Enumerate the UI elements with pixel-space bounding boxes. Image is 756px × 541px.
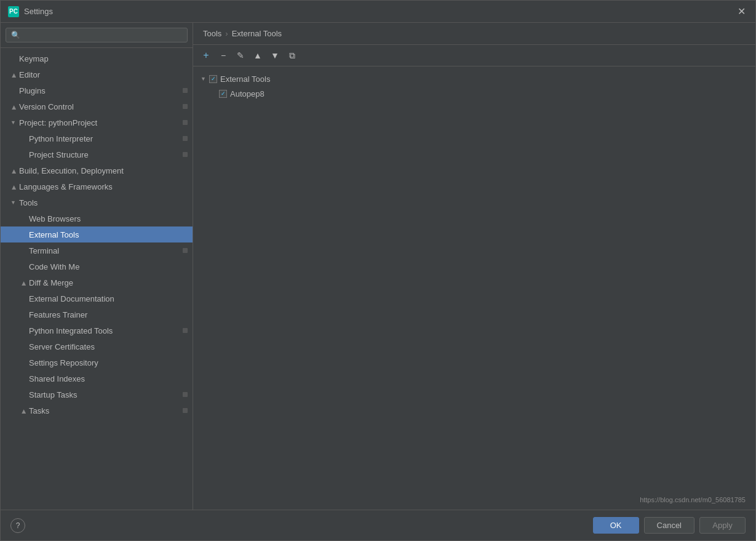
- chevron-right-icon: ▶: [20, 279, 26, 286]
- remove-button[interactable]: −: [215, 47, 231, 63]
- chevron-right-icon: ▶: [10, 167, 17, 174]
- sidebar-item-label: Terminal: [29, 246, 183, 255]
- sidebar-item-label: Code With Me: [29, 262, 188, 271]
- search-box: [1, 23, 193, 48]
- ok-button[interactable]: OK: [593, 517, 639, 534]
- chevron-right-icon: ▶: [10, 103, 17, 110]
- chevron-down-icon: ▼: [10, 119, 17, 126]
- title-bar: PC Settings ✕: [1, 1, 755, 23]
- sidebar-item-label: Settings Repository: [29, 358, 188, 367]
- sidebar-item-code-with-me[interactable]: Code With Me: [1, 258, 193, 275]
- sidebar-item-label: Build, Execution, Deployment: [19, 166, 188, 175]
- sidebar-item-label: Shared Indexes: [29, 374, 188, 383]
- sidebar-item-label: Python Interpreter: [29, 134, 183, 143]
- settings-gear-icon: [183, 88, 188, 93]
- chevron-right-icon: ▶: [20, 407, 26, 414]
- chevron-down-icon: ▼: [10, 199, 17, 206]
- add-button[interactable]: +: [198, 47, 214, 63]
- dialog-title: Settings: [24, 7, 53, 16]
- bottom-bar: ? OK Cancel Apply: [1, 510, 755, 540]
- sidebar-item-diff-merge[interactable]: ▶ Diff & Merge: [1, 275, 193, 291]
- sidebar-item-project[interactable]: ▼ Project: pythonProject: [1, 114, 193, 130]
- watermark: https://blog.csdn.net/m0_56081785: [640, 496, 746, 503]
- tree-chevron-down-icon: ▼: [201, 76, 209, 82]
- tree-child-label: Autopep8: [230, 89, 748, 98]
- sidebar-item-tools[interactable]: ▼ Tools: [1, 194, 193, 210]
- title-bar-left: PC Settings: [8, 6, 53, 17]
- sidebar-item-label: Keymap: [19, 54, 188, 63]
- settings-gear-icon: [183, 152, 188, 157]
- sidebar-item-keymap[interactable]: Keymap: [1, 50, 193, 66]
- toolbar: + − ✎ ▲ ▼ ⧉: [193, 45, 755, 66]
- sidebar-item-settings-repository[interactable]: Settings Repository: [1, 355, 193, 371]
- settings-gear-icon: [183, 248, 188, 253]
- sidebar-item-label: External Tools: [29, 230, 188, 239]
- chevron-right-icon: ▶: [10, 71, 17, 78]
- tree-item-autopep8[interactable]: Autopep8: [198, 86, 750, 101]
- sidebar-item-version-control[interactable]: ▶ Version Control: [1, 98, 193, 114]
- sidebar-item-external-documentation[interactable]: External Documentation: [1, 291, 193, 307]
- settings-gear-icon: [183, 408, 188, 413]
- sidebar-item-build-execution[interactable]: ▶ Build, Execution, Deployment: [1, 162, 193, 178]
- sidebar-item-label: Server Certificates: [29, 342, 188, 351]
- sidebar-item-label: Python Integrated Tools: [29, 326, 183, 335]
- sidebar-item-python-integrated-tools[interactable]: Python Integrated Tools: [1, 323, 193, 339]
- tree-panel: ▼ External Tools Autopep8: [193, 66, 755, 510]
- breadcrumb-separator: ›: [225, 29, 228, 38]
- main-content: Keymap ▶ Editor Plugins ▶ Version Contro…: [1, 23, 755, 510]
- sidebar-item-label: Startup Tasks: [29, 390, 183, 399]
- sidebar-item-tasks[interactable]: ▶ Tasks: [1, 403, 193, 419]
- sidebar-item-label: Languages & Frameworks: [19, 182, 188, 191]
- search-input[interactable]: [6, 28, 188, 42]
- move-down-button[interactable]: ▼: [267, 47, 283, 63]
- sidebar-item-external-tools[interactable]: External Tools: [1, 226, 193, 242]
- chevron-right-icon: ▶: [10, 183, 17, 190]
- settings-gear-icon: [183, 120, 188, 125]
- sidebar-item-python-interpreter[interactable]: Python Interpreter: [1, 130, 193, 146]
- cancel-button[interactable]: Cancel: [644, 517, 694, 534]
- right-panel: Tools › External Tools + − ✎ ▲ ▼ ⧉ ▼ Ext…: [193, 23, 755, 510]
- sidebar-item-server-certificates[interactable]: Server Certificates: [1, 339, 193, 355]
- settings-gear-icon: [183, 104, 188, 109]
- breadcrumb-current: External Tools: [232, 29, 282, 38]
- app-icon: PC: [8, 6, 19, 17]
- sidebar-item-startup-tasks[interactable]: Startup Tasks: [1, 387, 193, 403]
- sidebar-item-terminal[interactable]: Terminal: [1, 242, 193, 258]
- sidebar-item-editor[interactable]: ▶ Editor: [1, 66, 193, 82]
- tree-group-label: External Tools: [220, 74, 748, 84]
- breadcrumb: Tools › External Tools: [193, 23, 755, 45]
- external-tools-checkbox[interactable]: [209, 75, 217, 83]
- close-button[interactable]: ✕: [735, 4, 748, 18]
- sidebar-item-label: Editor: [19, 70, 188, 79]
- sidebar-item-label: Diff & Merge: [29, 278, 188, 287]
- sidebar-item-project-structure[interactable]: Project Structure: [1, 146, 193, 162]
- sidebar-item-label: Tasks: [29, 406, 183, 415]
- sidebar-list: Keymap ▶ Editor Plugins ▶ Version Contro…: [1, 48, 193, 510]
- sidebar-item-label: Project Structure: [29, 150, 183, 159]
- sidebar-item-shared-indexes[interactable]: Shared Indexes: [1, 371, 193, 387]
- sidebar-item-languages-frameworks[interactable]: ▶ Languages & Frameworks: [1, 178, 193, 194]
- sidebar-item-plugins[interactable]: Plugins: [1, 82, 193, 98]
- help-button[interactable]: ?: [10, 518, 25, 533]
- tree-group-external-tools[interactable]: ▼ External Tools: [198, 71, 750, 86]
- autopep8-checkbox[interactable]: [219, 90, 227, 98]
- settings-gear-icon: [183, 136, 188, 141]
- sidebar-item-label: Project: pythonProject: [19, 118, 183, 127]
- action-buttons: OK Cancel Apply: [593, 517, 746, 534]
- sidebar: Keymap ▶ Editor Plugins ▶ Version Contro…: [1, 23, 193, 510]
- settings-gear-icon: [183, 392, 188, 397]
- sidebar-item-label: Features Trainer: [29, 310, 188, 319]
- edit-button[interactable]: ✎: [233, 47, 249, 63]
- breadcrumb-parent[interactable]: Tools: [203, 29, 221, 38]
- sidebar-item-label: Plugins: [19, 86, 183, 95]
- sidebar-item-features-trainer[interactable]: Features Trainer: [1, 307, 193, 323]
- move-up-button[interactable]: ▲: [250, 47, 266, 63]
- settings-dialog: PC Settings ✕ Keymap ▶ Editor: [0, 0, 756, 541]
- sidebar-item-label: External Documentation: [29, 294, 188, 303]
- sidebar-item-label: Tools: [19, 198, 188, 207]
- copy-button[interactable]: ⧉: [284, 47, 300, 63]
- apply-button[interactable]: Apply: [699, 517, 746, 534]
- settings-gear-icon: [183, 328, 188, 333]
- sidebar-item-label: Version Control: [19, 102, 183, 111]
- sidebar-item-web-browsers[interactable]: Web Browsers: [1, 210, 193, 226]
